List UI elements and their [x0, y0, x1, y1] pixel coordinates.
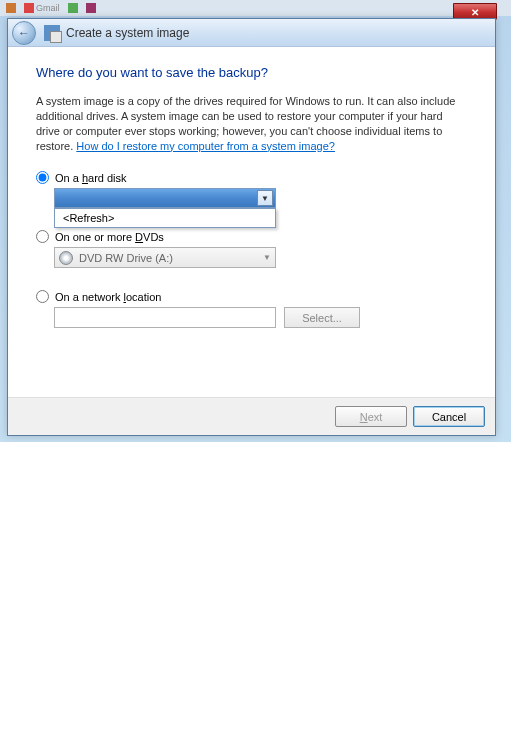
chevron-down-icon: ▼: [263, 253, 271, 262]
chevron-down-icon: ▼: [257, 190, 273, 206]
label-hard-disk: On a hard disk: [55, 172, 127, 184]
page-heading: Where do you want to save the backup?: [36, 65, 467, 80]
system-image-icon: [44, 25, 60, 41]
cancel-button[interactable]: Cancel: [413, 406, 485, 427]
option-dvd[interactable]: On one or more DVDs: [36, 230, 467, 243]
option-hard-disk[interactable]: On a hard disk: [36, 171, 467, 184]
option-network[interactable]: On a network location: [36, 290, 467, 303]
select-network-button[interactable]: Select...: [284, 307, 360, 328]
disc-icon: [59, 251, 73, 265]
hard-disk-dropdown-list[interactable]: <Refresh>: [54, 208, 276, 228]
hard-disk-dropdown[interactable]: ▼ <Refresh>: [54, 188, 276, 208]
radio-hard-disk[interactable]: [36, 171, 49, 184]
titlebar: ← Create a system image: [8, 19, 495, 47]
dvd-drive-label: DVD RW Drive (A:): [79, 252, 173, 264]
radio-dvd[interactable]: [36, 230, 49, 243]
dialog-window: ← Create a system image Where do you wan…: [7, 18, 496, 436]
label-dvd: On one or more DVDs: [55, 231, 164, 243]
dvd-drive-dropdown[interactable]: DVD RW Drive (A:) ▼: [54, 247, 276, 268]
dialog-content: Where do you want to save the backup? A …: [8, 47, 495, 397]
help-link[interactable]: How do I restore my computer from a syst…: [76, 140, 335, 152]
close-icon: ✕: [471, 7, 479, 18]
radio-network[interactable]: [36, 290, 49, 303]
label-network: On a network location: [55, 291, 161, 303]
network-path-input[interactable]: [54, 307, 276, 328]
desktop-background: Gmail ✕ ← Create a system image Where do…: [0, 0, 511, 442]
page-description: A system image is a copy of the drives r…: [36, 94, 467, 153]
browser-tabs-hint: Gmail: [0, 0, 511, 16]
arrow-left-icon: ←: [18, 26, 30, 40]
dropdown-item-refresh[interactable]: <Refresh>: [55, 209, 275, 227]
dialog-footer: Next Cancel: [8, 397, 495, 435]
window-title: Create a system image: [66, 26, 189, 40]
back-button[interactable]: ←: [12, 21, 36, 45]
next-button[interactable]: Next: [335, 406, 407, 427]
